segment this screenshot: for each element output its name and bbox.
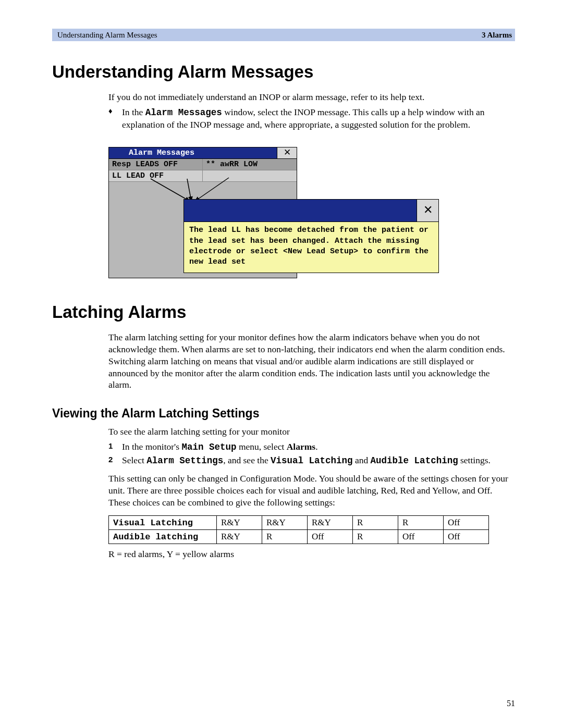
latching-paragraph: The alarm latching setting for your moni… xyxy=(108,331,515,391)
heading-latching: Latching Alarms xyxy=(52,302,515,322)
header-left: Understanding Alarm Messages xyxy=(57,31,157,40)
heading-understanding: Understanding Alarm Messages xyxy=(52,62,515,82)
latching-table: Visual Latching R&Y R&Y R&Y R R Off Audi… xyxy=(108,515,489,544)
close-icon[interactable]: ✕ xyxy=(277,147,297,159)
bullet-mono: Alarm Messages xyxy=(145,107,222,118)
alarm-row-2[interactable]: LL LEAD OFF xyxy=(109,170,297,182)
bullet-item: In the Alarm Messages window, select the… xyxy=(108,106,515,131)
header-right: 3 Alarms xyxy=(482,31,512,40)
page-number: 51 xyxy=(507,699,515,708)
table-legend: R = red alarms, Y = yellow alarms xyxy=(108,548,515,560)
alarm-row-1[interactable]: Resp LEADS OFF ** awRR LOW xyxy=(109,159,297,170)
running-header: Understanding Alarm Messages 3 Alarms xyxy=(52,29,515,41)
table-row: Audible latching R&Y R Off R Off Off xyxy=(109,530,489,544)
help-window-titlebar: ✕ xyxy=(184,200,438,222)
close-icon[interactable]: ✕ xyxy=(417,200,438,221)
steps-list: In the monitor's Main Setup menu, select… xyxy=(108,441,515,467)
row-label-visual: Visual Latching xyxy=(109,516,217,530)
figure-alarm-windows: Alarm Messages ✕ Resp LEADS OFF ** awRR … xyxy=(108,147,442,282)
alarm-window-title: Alarm Messages xyxy=(109,147,277,159)
svg-line-1 xyxy=(187,179,191,201)
config-paragraph: This setting can only be changed in Conf… xyxy=(108,473,515,508)
row-label-audible: Audible latching xyxy=(109,530,217,544)
help-window-body: The lead LL has become detached from the… xyxy=(184,222,438,273)
alarm-cell-resp: Resp LEADS OFF xyxy=(109,159,203,170)
view-intro: To see the alarm latching setting for yo… xyxy=(108,426,515,438)
page: Understanding Alarm Messages 3 Alarms Un… xyxy=(0,0,563,728)
alarm-cell-awrr: ** awRR LOW xyxy=(203,159,297,170)
intro-text: If you do not immediately understand an … xyxy=(108,91,515,103)
help-popup-window: ✕ The lead LL has become detached from t… xyxy=(183,199,439,273)
alarm-cell-ll: LL LEAD OFF xyxy=(109,170,203,181)
step-2: Select Alarm Settings, and see the Visua… xyxy=(108,454,515,467)
step-1: In the monitor's Main Setup menu, select… xyxy=(108,441,515,454)
table-row: Visual Latching R&Y R&Y R&Y R R Off xyxy=(109,516,489,530)
heading-viewing: Viewing the Alarm Latching Settings xyxy=(52,406,515,421)
bullet-list: In the Alarm Messages window, select the… xyxy=(108,106,515,131)
bullet-prefix: In the xyxy=(122,107,145,117)
svg-line-0 xyxy=(151,179,190,201)
